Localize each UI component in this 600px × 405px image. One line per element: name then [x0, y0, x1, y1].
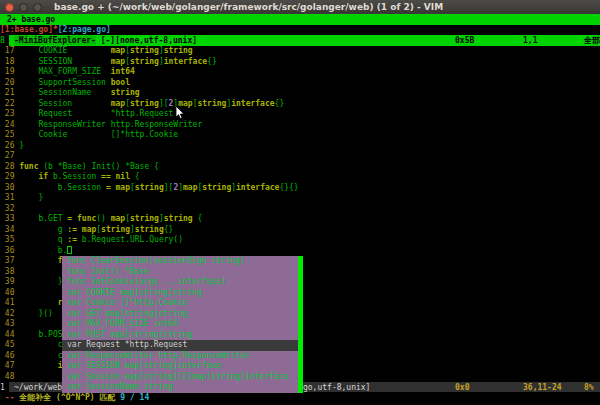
- line-number: 28: [0, 162, 15, 173]
- line-number: 30: [0, 183, 15, 194]
- completion-item[interactable]: var POST map[string]string: [62, 330, 303, 341]
- line-number: 31: [0, 193, 15, 204]
- completion-item[interactable]: func SetCookie(args ...interface): [62, 277, 303, 288]
- line-number: 19: [0, 67, 15, 78]
- buffer-tab-base-go[interactable]: [1:base.go]*: [0, 25, 58, 34]
- line-number: 35: [0, 235, 15, 246]
- line-number: 38: [0, 267, 15, 278]
- code-line[interactable]: 23 Request *http.Request: [0, 109, 600, 120]
- line-number: 27: [0, 151, 15, 162]
- char-hex-value: 0x5B: [455, 35, 474, 46]
- minibufexplorer-label: -MiniBufExplorer-: [14, 36, 96, 45]
- minibufexplorer-statusline: 8 -MiniBufExplorer- [-][none,utf-8,unix]…: [0, 35, 600, 46]
- code-line[interactable]: 27: [0, 151, 600, 162]
- code-line[interactable]: 24 ResponseWriter http.ResponseWriter: [0, 120, 600, 131]
- match-label: 匹配: [99, 393, 115, 402]
- completion-mode-text: 全能补全 (^O^N^P): [19, 393, 94, 402]
- line-number: 25: [0, 130, 15, 141]
- line-number: 18: [0, 57, 15, 68]
- completion-item[interactable]: var SESSION map[string]interface: [62, 361, 303, 372]
- code-line[interactable]: 19 MAX_FORM_SIZE int64: [0, 67, 600, 78]
- completion-item[interactable]: var COOKIE map[string]string: [62, 288, 303, 299]
- line-number: 17: [0, 46, 15, 57]
- code-line[interactable]: 33 b.GET = func() map[string]string {: [0, 214, 600, 225]
- code-line[interactable]: 20 SupportSession bool: [0, 78, 600, 89]
- completion-item-selected[interactable]: var Request *http.Request: [62, 340, 303, 351]
- code-line[interactable]: 34 g := map[string]string{}: [0, 225, 600, 236]
- completion-item[interactable]: var SessionName string: [62, 382, 303, 393]
- line-number: 37: [0, 256, 15, 267]
- line-number: 42: [0, 309, 15, 320]
- code-line[interactable]: 17 COOKIE map[string]string: [0, 46, 600, 57]
- line-number: 22: [0, 99, 15, 110]
- completion-item[interactable]: var GET map[string]string: [62, 309, 303, 320]
- line-number: 40: [0, 288, 15, 299]
- match-count: 9 / 14: [120, 393, 149, 402]
- code-line[interactable]: 36 b.: [0, 246, 600, 257]
- completion-item[interactable]: func ClearSession(sessionSign string): [62, 256, 303, 267]
- command-line: -- 全能补全 (^O^N^P) 匹配 9 / 14: [0, 392, 600, 403]
- line-number: 45: [0, 340, 15, 351]
- line-number: 21: [0, 88, 15, 99]
- line-number: 48: [0, 372, 15, 383]
- line-number: 29: [0, 172, 15, 183]
- code-line[interactable]: 26}: [0, 141, 600, 152]
- vim-window: base.go + (~/work/web/golanger/framework…: [0, 0, 600, 405]
- close-icon[interactable]: [5, 3, 14, 12]
- window-titlebar: base.go + (~/work/web/golanger/framework…: [0, 0, 600, 14]
- code-line[interactable]: 28func (b *Base) Init() *Base {: [0, 162, 600, 173]
- minimize-icon[interactable]: [19, 3, 28, 12]
- minibufexplorer-flags: [-][none,utf-8,unix]: [96, 36, 197, 45]
- window-title: base.go + (~/work/web/golanger/framework…: [54, 2, 443, 12]
- code-line[interactable]: 30 b.Session = map[string][2]map[string]…: [0, 183, 600, 194]
- cursor-position: 1,1: [523, 35, 537, 46]
- code-line[interactable]: 18 SESSION map[string]interface{}: [0, 57, 600, 68]
- code-line[interactable]: 32: [0, 204, 600, 215]
- line-number: 43: [0, 319, 15, 330]
- buffer-number-badge: 8: [0, 35, 9, 46]
- line-number: 44: [0, 330, 15, 341]
- completion-item[interactable]: var Cookie []*http.Cookie: [62, 298, 303, 309]
- code-line[interactable]: 22 Session map[string][2]map[string]inte…: [0, 99, 600, 110]
- line-number: 34: [0, 225, 15, 236]
- completion-popup: func ClearSession(sessionSign string)fun…: [62, 256, 303, 393]
- tab-label[interactable]: 2+ base.go: [7, 15, 55, 24]
- buffer-tab-page-go[interactable]: [2:page.go]: [58, 25, 111, 34]
- scroll-position: 全部: [584, 35, 600, 46]
- line-number: 41: [0, 298, 15, 309]
- maximize-icon[interactable]: [33, 3, 42, 12]
- completion-item[interactable]: func Init() *Base: [62, 267, 303, 278]
- completion-item[interactable]: var ResponseWriter http.ResponseWriter: [62, 351, 303, 362]
- line-number: 46: [0, 351, 15, 362]
- line-number: 32: [0, 204, 15, 215]
- completion-item[interactable]: var Session map[string][2]map[string]int…: [62, 372, 303, 383]
- line-number: 33: [0, 214, 15, 225]
- vim-tabline: 2+ base.go: [0, 14, 600, 25]
- line-number: 20: [0, 78, 15, 89]
- line-number: 47: [0, 361, 15, 372]
- code-line[interactable]: 29 if b.Session == nil {: [0, 172, 600, 183]
- line-number: 36: [0, 246, 15, 257]
- mouse-cursor-icon: [175, 106, 187, 120]
- line-number: 24: [0, 120, 15, 131]
- minibufexplorer-buffer-list: [1:base.go]*[2:page.go]: [0, 25, 600, 35]
- line-number: 39: [0, 277, 15, 288]
- code-line[interactable]: 25 Cookie []*http.Cookie: [0, 130, 600, 141]
- popup-scrollbar[interactable]: [298, 256, 303, 393]
- code-line[interactable]: 31 }: [0, 193, 600, 204]
- line-number: 23: [0, 109, 15, 120]
- line-number: 26: [0, 141, 15, 152]
- code-line[interactable]: 21 SessionName string: [0, 88, 600, 99]
- completion-item[interactable]: var MAX_FORM_SIZE int64: [62, 319, 303, 330]
- text-cursor: [67, 246, 72, 255]
- code-line[interactable]: 35 q := b.Request.URL.Query(): [0, 235, 600, 246]
